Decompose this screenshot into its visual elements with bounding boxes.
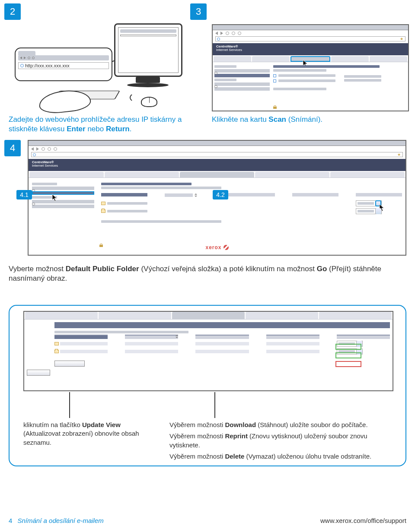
- nav-stop-icon: [48, 147, 51, 151]
- window-titlebar: [213, 25, 408, 30]
- step-badge-2: 2: [4, 3, 21, 20]
- address-url: http://xxx.xxx.xxx.xxx: [25, 63, 70, 68]
- monitor-screen: [118, 27, 179, 73]
- centreware-subtitle: Internet Services: [216, 48, 405, 52]
- cw-sidebar: [213, 62, 271, 111]
- globe-icon: [217, 38, 220, 41]
- mouse-icon: [141, 97, 157, 107]
- action-options-overlay: [335, 344, 361, 367]
- step-badge-4: 4: [4, 140, 21, 156]
- sidebar-item-other[interactable]: [32, 205, 94, 208]
- step-badge-4-1: 4.1: [16, 190, 32, 200]
- sidebar-radio-1[interactable]: [32, 187, 94, 190]
- folder-open-icon: [273, 79, 276, 82]
- browser-toolbar-stub: [18, 55, 109, 60]
- address-bar[interactable]: ★: [215, 36, 405, 41]
- step-badge-3: 3: [190, 3, 207, 20]
- step3-instruction: Klikněte na kartu Scan (Snímání).: [212, 115, 393, 124]
- nav-home-icon: [238, 32, 241, 35]
- cw-tab-4[interactable]: [246, 312, 318, 319]
- globe-icon: [33, 153, 36, 156]
- xerox-wordmark: xerox: [205, 244, 221, 250]
- xerox-ball-icon: [223, 245, 229, 250]
- detail-callout: kliknutím na tlačítko Update View (Aktua…: [9, 305, 406, 466]
- step4-instruction: Vyberte možnost Default Public Folder (V…: [9, 264, 398, 284]
- monitor-base: [127, 83, 169, 87]
- go-button-2[interactable]: [375, 208, 381, 214]
- cw-tab-1[interactable]: [29, 172, 104, 177]
- folder-closed-icon: [101, 202, 105, 205]
- favorite-star-icon: ★: [400, 37, 405, 41]
- nav-fwd-icon: [220, 32, 223, 35]
- detail-text-right: Výběrem možnosti Download (Stáhnout) ulo…: [169, 421, 394, 461]
- sort-arrows-icon[interactable]: [176, 335, 178, 338]
- window-navrow: [213, 30, 408, 36]
- cw-tab-5[interactable]: [319, 312, 392, 319]
- cw-tab-1[interactable]: [214, 56, 251, 62]
- cw-tab-5[interactable]: [330, 172, 405, 177]
- centreware-title: CentreWare®: [216, 45, 405, 48]
- detail-browser-window: [23, 311, 393, 391]
- update-view-button[interactable]: [27, 370, 50, 376]
- step3-browser-window: ★ CentreWare® Internet Services: [212, 24, 409, 111]
- nav-reload-icon: [226, 32, 229, 35]
- cw-main: [271, 62, 408, 111]
- folder-closed-icon: [273, 74, 276, 77]
- go-select[interactable]: [356, 200, 382, 206]
- cw-tab-2[interactable]: [99, 312, 171, 319]
- browser-tab-stub: [18, 51, 35, 55]
- window-navrow: [29, 146, 405, 152]
- xerox-logo-row: xerox: [29, 244, 405, 251]
- centreware-tabs: [24, 312, 393, 320]
- nav-back-icon: [31, 147, 34, 151]
- footer-page-number: 4: [9, 517, 12, 524]
- step2-illustration: http://xxx.xxx.xxx.xxx: [15, 22, 179, 108]
- cw-tab-4[interactable]: [331, 56, 369, 62]
- sidebar-item-default-public-folder[interactable]: [32, 191, 94, 195]
- address-bar[interactable]: http://xxx.xxx.xxx.xxx: [18, 62, 109, 69]
- sort-arrows-icon[interactable]: [195, 193, 197, 197]
- delete-option[interactable]: [335, 361, 361, 367]
- footer-url: www.xerox.com/office/support: [320, 517, 406, 524]
- cw-tab-1[interactable]: [25, 312, 98, 319]
- nav-fwd-icon: [24, 57, 26, 59]
- step-badge-4-2: 4.2: [213, 190, 228, 200]
- cw-tab-4[interactable]: [255, 172, 329, 177]
- step2-instruction: Zadejte do webového prohlížeče adresu IP…: [9, 115, 190, 134]
- go-button[interactable]: [375, 200, 381, 206]
- cw-tab-2[interactable]: [252, 56, 290, 62]
- cw-tab-scan[interactable]: [180, 172, 254, 177]
- detail-text-left: kliknutím na tlačítko Update View (Aktua…: [23, 421, 149, 447]
- nav-stop-icon: [232, 32, 235, 35]
- cw-main: [98, 178, 405, 249]
- sidebar-radio-2[interactable]: [32, 200, 94, 203]
- detail-sidebar: [24, 320, 52, 383]
- centreware-tabs: [29, 172, 405, 178]
- window-titlebar: [29, 141, 405, 146]
- nav-reload-icon: [32, 57, 35, 59]
- address-bar[interactable]: ★: [31, 152, 403, 157]
- cw-tab-scan[interactable]: [290, 56, 330, 62]
- detail-main: [52, 320, 393, 383]
- reprint-option[interactable]: [335, 352, 361, 358]
- nav-reload-icon: [42, 147, 45, 151]
- browser-address-callout: http://xxx.xxx.xxx.xxx: [15, 48, 112, 81]
- nav-back-icon: [215, 32, 218, 35]
- centreware-banner: CentreWare® Internet Services: [29, 159, 405, 171]
- go-select-2[interactable]: [356, 208, 382, 214]
- download-option[interactable]: [335, 344, 361, 350]
- cw-tab-scan[interactable]: [172, 312, 245, 319]
- nav-fwd-icon: [36, 147, 39, 151]
- favorite-star-icon: ★: [397, 152, 402, 157]
- update-view-button-main[interactable]: [54, 361, 85, 367]
- leader-line-2: [214, 392, 215, 418]
- cw-tab-5[interactable]: [370, 56, 407, 62]
- cw-sidebar: [29, 178, 98, 249]
- folder-open-icon: [101, 209, 105, 213]
- monitor-stand: [136, 77, 160, 83]
- centreware-tabs: [213, 56, 408, 62]
- footer-title: Snímání a odesílání e-mailem: [18, 517, 104, 524]
- centreware-banner: CentreWare® Internet Services: [213, 43, 408, 55]
- cw-tab-2[interactable]: [105, 172, 179, 177]
- centreware-subtitle: Internet Services: [32, 164, 402, 168]
